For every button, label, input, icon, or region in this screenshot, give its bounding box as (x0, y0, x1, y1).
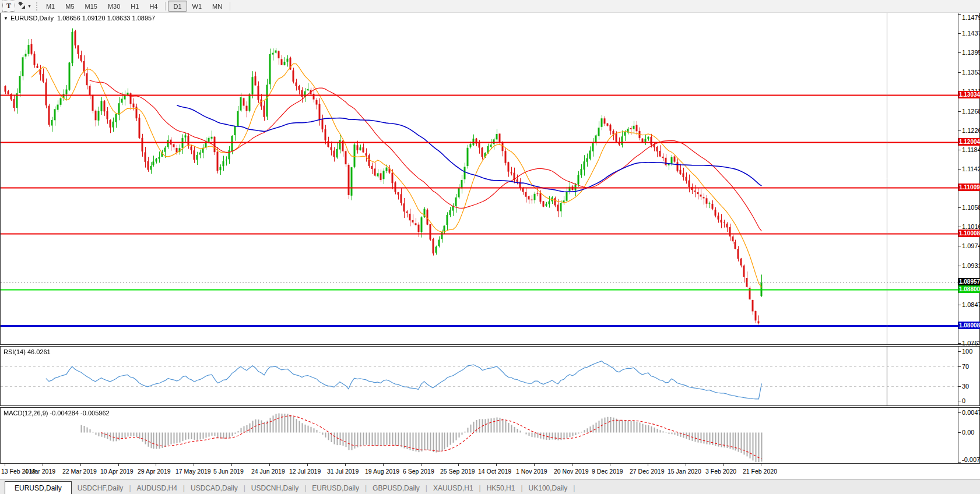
timeframe-button-m30[interactable]: M30 (103, 1, 125, 12)
chart-tab-bar: EURUSD,DailyUSDCHF,Daily|AUDUSD,H4|USDCA… (0, 479, 980, 494)
chart-tab-eurusd-daily[interactable]: EURUSD,Daily (306, 482, 365, 494)
timeframe-button-d1[interactable]: D1 (168, 1, 187, 12)
chart-tab-eurusd-daily[interactable]: EURUSD,Daily (5, 481, 72, 494)
date-axis-label: 3 Feb 2020 (705, 468, 736, 475)
chart-tab-xauusd-h1[interactable]: XAUUSD,H1 (427, 482, 479, 494)
timeframe-button-m15[interactable]: M15 (80, 1, 103, 12)
price-chart-canvas[interactable] (1, 13, 958, 344)
chart-tab-usdcad-daily[interactable]: USDCAD,Daily (185, 482, 244, 494)
chart-tab-uk100-daily[interactable]: UK100,Daily (523, 482, 574, 494)
macd-axis-line (958, 408, 958, 463)
chart-ohlc-header: ▼EURUSD,Daily 1.08656 1.09120 1.08633 1.… (3, 15, 155, 22)
price-axis-tick (958, 246, 961, 246)
timeframe-button-h4[interactable]: H4 (144, 1, 163, 12)
date-axis-label: 19 Aug 2019 (365, 468, 399, 475)
date-axis-tick (648, 464, 648, 466)
rsi-axis-label: 70 (962, 363, 969, 370)
price-axis-line (958, 13, 958, 344)
date-axis-tick (269, 464, 270, 466)
date-axis-label: 9 Dec 2019 (592, 468, 623, 475)
rsi-panel: RSI(14) 46.0261 10070300 (0, 346, 980, 406)
date-axis-label: 31 Jul 2019 (327, 468, 359, 475)
date-axis-tick (156, 464, 156, 466)
hline-price-badge: 1.13034 (958, 91, 980, 98)
price-axis-label: 1.14790 (962, 14, 980, 21)
timeframe-button-m1[interactable]: M1 (41, 1, 60, 12)
date-axis-tick (5, 464, 5, 466)
price-axis-label: 1.14370 (962, 30, 980, 37)
chart-tab-usdcnh-daily[interactable]: USDCNH,Daily (245, 482, 304, 494)
timeframe-button-w1[interactable]: W1 (187, 1, 208, 12)
macd-chart-canvas[interactable] (1, 408, 958, 463)
date-axis-tick (307, 464, 308, 466)
price-axis-label: 1.12260 (962, 127, 980, 134)
date-axis-label: 1 Nov 2019 (516, 468, 547, 475)
date-axis-tick (572, 464, 572, 466)
rsi-axis-tick (958, 386, 961, 387)
chart-tab-gbpusd-daily[interactable]: GBPUSD,Daily (367, 482, 426, 494)
text-tool-icon: T (6, 2, 11, 10)
price-axis-tick (958, 72, 961, 73)
date-axis-tick (194, 464, 194, 466)
date-axis-tick (458, 464, 459, 466)
timeframe-button-h1[interactable]: H1 (125, 1, 144, 12)
rsi-axis-tick (958, 351, 961, 352)
price-axis-tick (958, 169, 961, 170)
rsi-axis-label: 100 (962, 348, 972, 355)
price-axis-label: 1.11420 (962, 165, 980, 172)
date-axis-tick (686, 464, 686, 466)
date-axis-label: 12 Jul 2019 (289, 468, 321, 475)
date-axis-tick (231, 464, 232, 466)
macd-axis-label: 0.00 (962, 429, 974, 436)
rsi-chart-canvas[interactable] (1, 347, 958, 405)
macd-header: MACD(12,26,9) -0.004284 -0.005962 (3, 410, 110, 417)
macd-axis-tick (958, 462, 961, 463)
date-axis-tick (421, 464, 421, 466)
chart-ohlc-values: 1.08656 1.09120 1.08633 1.08957 (57, 15, 155, 22)
arrow-objects-button[interactable]: ▼ (17, 1, 31, 11)
price-axis-label: 1.10580 (962, 204, 980, 211)
price-axis-label: 1.09310 (962, 262, 980, 269)
hline-price-badge: 1.08800 (958, 285, 980, 293)
price-axis-label: 1.09740 (962, 242, 980, 249)
symbol-caret-icon: ▼ (3, 16, 8, 21)
date-axis-tick (118, 464, 119, 466)
macd-panel: MACD(12,26,9) -0.004284 -0.005962 0.0047… (0, 407, 980, 464)
price-axis-label: 1.08470 (962, 301, 980, 308)
toolbar-grip[interactable] (36, 2, 37, 10)
date-axis-tick (345, 464, 346, 466)
chart-tab-audusd-h4[interactable]: AUDUSD,H4 (131, 482, 183, 494)
price-axis-tick (958, 130, 961, 131)
toolbar-separator (230, 2, 230, 10)
date-axis: 13 Feb 20194 Mar 201922 Mar 201910 Apr 2… (0, 464, 980, 479)
text-tool-button[interactable]: T (2, 1, 15, 12)
price-axis-label: 1.11840 (962, 146, 980, 153)
date-axis-tick (80, 464, 81, 466)
date-axis-label: 14 Oct 2019 (478, 468, 511, 475)
date-axis-label: 6 Sep 2019 (403, 468, 434, 475)
chart-symbol-label: EURUSD,Daily (10, 15, 54, 22)
main-chart-panel: ▼EURUSD,Daily 1.08656 1.09120 1.08633 1.… (0, 12, 980, 345)
toolbar: T ▼ M1M5M15M30H1H4D1W1MN (0, 0, 980, 13)
price-axis-tick (958, 207, 961, 208)
price-axis-tick (958, 52, 961, 53)
date-axis-tick (534, 464, 535, 466)
macd-axis-label: -0.007584 (962, 456, 980, 463)
price-axis-tick (958, 33, 961, 34)
price-axis-tick (958, 227, 961, 227)
rsi-axis-line (958, 347, 958, 405)
date-axis-label: 29 Apr 2019 (138, 468, 171, 475)
date-axis-label: 10 Apr 2019 (100, 468, 134, 475)
macd-axis-label: 0.004738 (962, 409, 980, 416)
price-axis-label: 1.13950 (962, 49, 980, 56)
chart-tab-usdchf-daily[interactable]: USDCHF,Daily (72, 482, 129, 494)
timeframe-toolbar: M1M5M15M30H1H4D1W1MN (41, 1, 233, 12)
price-axis-tick (958, 343, 961, 344)
date-axis-tick (383, 464, 384, 466)
timeframe-button-m5[interactable]: M5 (60, 1, 79, 12)
timeframe-button-mn[interactable]: MN (207, 1, 227, 12)
date-axis-label: 4 Mar 2019 (24, 468, 55, 475)
date-axis-label: 21 Feb 2020 (743, 468, 777, 475)
date-axis-label: 15 Jan 2020 (668, 468, 701, 475)
chart-tab-hk50-h1[interactable]: HK50,H1 (481, 482, 521, 494)
